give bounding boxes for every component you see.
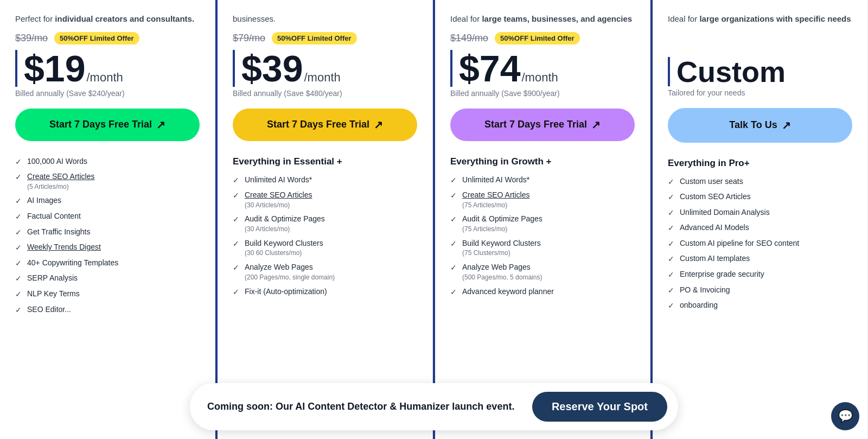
- original-price-1: $39/mo: [15, 33, 48, 44]
- plan-description-4: Ideal for large organizations with speci…: [668, 13, 852, 26]
- check-icon: ✓: [668, 254, 674, 265]
- check-icon: ✓: [668, 270, 674, 281]
- plan-description-2: businesses.: [233, 13, 417, 26]
- price-amount-4: Custom: [676, 57, 786, 86]
- feature-item: ✓ SERP Analysis: [15, 273, 200, 284]
- check-icon: ✓: [233, 214, 239, 225]
- chat-button[interactable]: 💬: [831, 402, 859, 430]
- check-icon: ✓: [450, 190, 457, 201]
- cta-label-4: Talk To Us: [729, 119, 777, 131]
- price-period-2: /month: [304, 71, 340, 85]
- billing-2: Billed annually (Save $480/year): [233, 89, 417, 98]
- price-display-4: Custom: [668, 57, 852, 86]
- check-icon: ✓: [668, 192, 674, 203]
- check-icon: ✓: [233, 263, 239, 273]
- price-row-3: $149/mo 50%OFF Limited Offer: [450, 32, 635, 44]
- bottom-banner: Coming soon: Our AI Content Detector & H…: [190, 383, 678, 430]
- feature-item: ✓ Analyze Web Pages (500 Pages/mo, 5 dom…: [450, 262, 635, 282]
- feature-item: ✓ AI Images: [15, 195, 200, 207]
- feature-list-3: ✓ Unlimited AI Words* ✓ Create SEO Artic…: [450, 175, 635, 298]
- check-icon: ✓: [15, 157, 22, 168]
- price-period-1: /month: [86, 71, 123, 85]
- reserve-button[interactable]: Reserve Your Spot: [532, 392, 667, 422]
- arrow-icon-3: ↗: [591, 118, 601, 131]
- section-heading-3: Everything in Growth +: [450, 156, 635, 167]
- spacer: [668, 32, 852, 52]
- feature-item: ✓ 40+ Copywriting Templates: [15, 258, 200, 269]
- check-icon: ✓: [15, 258, 22, 269]
- check-icon: ✓: [668, 223, 674, 234]
- cta-button-4[interactable]: Talk To Us ↗: [668, 108, 852, 143]
- check-icon: ✓: [15, 243, 22, 253]
- feature-list-1: ✓ 100,000 AI Words ✓ Create SEO Articles…: [15, 156, 200, 316]
- cta-button-1[interactable]: Start 7 Days Free Trial ↗: [15, 109, 200, 141]
- tailored-text: Tailored for your needs: [668, 88, 852, 97]
- price-row-2: $79/mo 50%OFF Limited Offer: [233, 32, 417, 44]
- badge-1: 50%OFF Limited Offer: [54, 32, 139, 44]
- check-icon: ✓: [450, 175, 457, 186]
- check-icon: ✓: [668, 285, 674, 296]
- feature-item: ✓ Analyze Web Pages (200 Pages/mo, singl…: [233, 262, 417, 282]
- feature-item: ✓ Unlimited Domain Analysis: [668, 207, 852, 219]
- check-icon: ✓: [233, 190, 239, 201]
- check-icon: ✓: [15, 273, 22, 284]
- price-amount-3: $74: [459, 50, 520, 87]
- check-icon: ✓: [668, 239, 674, 250]
- feature-item: ✓ Create SEO Articles (5 Articles/mo): [15, 171, 200, 191]
- feature-item: ✓ Audit & Optimize Pages (30 Articles/mo…: [233, 214, 417, 233]
- check-icon: ✓: [15, 227, 22, 238]
- feature-item: ✓ Advanced keyword planner: [450, 287, 635, 298]
- badge-3: 50%OFF Limited Offer: [495, 32, 580, 44]
- feature-list-2: ✓ Unlimited AI Words* ✓ Create SEO Artic…: [233, 175, 417, 298]
- cta-button-2[interactable]: Start 7 Days Free Trial ↗: [233, 109, 417, 141]
- chat-icon: 💬: [838, 409, 853, 423]
- badge-2: 50%OFF Limited Offer: [272, 32, 357, 44]
- check-icon: ✓: [15, 196, 22, 207]
- plan-growth: businesses. $79/mo 50%OFF Limited Offer …: [215, 0, 433, 439]
- original-price-2: $79/mo: [233, 33, 265, 44]
- check-icon: ✓: [450, 239, 457, 250]
- feature-item: ✓ SEO Editor...: [15, 304, 200, 316]
- price-amount-1: $19: [24, 50, 85, 87]
- feature-item: ✓ Unlimited AI Words*: [450, 175, 635, 186]
- feature-item: ✓ Create SEO Articles (75 Articles/mo): [450, 190, 635, 209]
- feature-item: ✓ Weekly Trends Digest: [15, 242, 200, 253]
- billing-1: Billed annually (Save $240/year): [15, 89, 200, 98]
- plan-enterprise: Ideal for large organizations with speci…: [650, 0, 868, 439]
- feature-item: ✓ Enterprise grade security: [668, 269, 852, 281]
- feature-item: ✓ 100,000 AI Words: [15, 156, 200, 168]
- feature-item: ✓ NLP Key Terms: [15, 289, 200, 300]
- price-amount-2: $39: [241, 50, 303, 87]
- price-row-1: $39/mo 50%OFF Limited Offer: [15, 32, 200, 44]
- feature-item: ✓ onboarding: [668, 300, 852, 311]
- check-icon: ✓: [15, 305, 22, 316]
- check-icon: ✓: [15, 212, 22, 222]
- plan-pro: Ideal for large teams, businesses, and a…: [433, 0, 650, 439]
- check-icon: ✓: [450, 214, 457, 225]
- check-icon: ✓: [233, 175, 239, 186]
- feature-item: ✓ Unlimited AI Words*: [233, 175, 417, 186]
- section-heading-4: Everything in Pro+: [668, 158, 852, 169]
- arrow-icon-1: ↗: [156, 118, 165, 131]
- price-period-3: /month: [521, 71, 558, 85]
- check-icon: ✓: [668, 177, 674, 188]
- check-icon: ✓: [233, 239, 239, 250]
- feature-item: ✓ Custom AI pipeline for SEO content: [668, 238, 852, 250]
- price-display-1: $19 /month: [15, 50, 200, 87]
- cta-label-2: Start 7 Days Free Trial: [267, 119, 369, 130]
- arrow-icon-2: ↗: [374, 118, 383, 131]
- cta-label-1: Start 7 Days Free Trial: [49, 119, 152, 130]
- feature-item: ✓ Custom AI templates: [668, 253, 852, 265]
- section-heading-2: Everything in Essential +: [233, 156, 417, 167]
- check-icon: ✓: [668, 208, 674, 219]
- plan-description-1: Perfect for individual creators and cons…: [15, 13, 200, 26]
- feature-item: ✓ Custom user seats: [668, 176, 852, 188]
- arrow-icon-4: ↗: [782, 119, 791, 132]
- original-price-3: $149/mo: [450, 33, 488, 44]
- cta-button-3[interactable]: Start 7 Days Free Trial ↗: [450, 109, 635, 141]
- feature-item: ✓ Audit & Optimize Pages (75 Articles/mo…: [450, 214, 635, 233]
- feature-item: ✓ Custom SEO Articles: [668, 192, 852, 203]
- check-icon: ✓: [450, 263, 457, 273]
- feature-item: ✓ Fix-it (Auto-optimization): [233, 287, 417, 298]
- check-icon: ✓: [15, 289, 22, 300]
